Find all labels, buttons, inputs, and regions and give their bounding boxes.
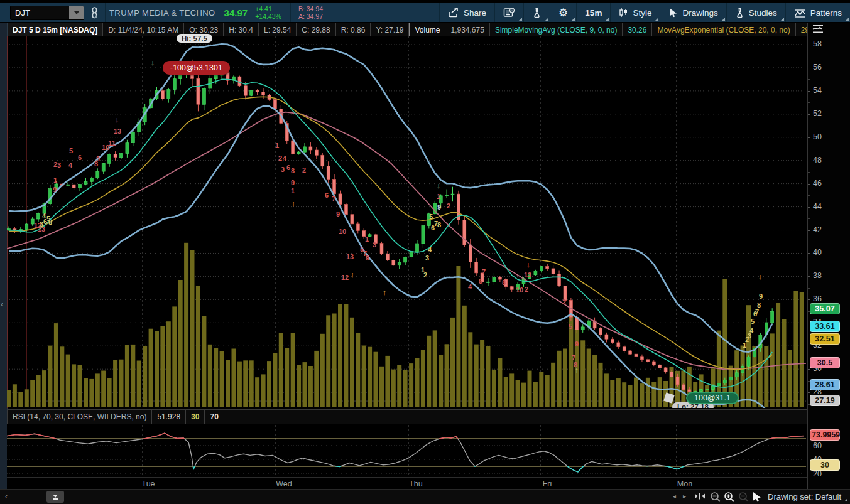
symbol-input[interactable]: DJT (10, 6, 84, 20)
price-axis-tick (808, 137, 810, 138)
price-axis-tick (808, 242, 810, 242)
td-count-annotation: 5 (479, 278, 482, 285)
main-chart-area[interactable]: 5623419981011134568312131243682916791012… (7, 36, 807, 408)
rsi-plot-area[interactable] (7, 424, 807, 477)
change-value: +4.41 (255, 5, 281, 13)
price-axis-label: 46 (813, 179, 822, 188)
main-toolbar: DJT TRUMP MEDIA & TECHNO 34.97 +4.41 +14… (0, 3, 850, 22)
high-label-badge: Hi: 57.5 (177, 34, 212, 43)
drawings-button[interactable]: Drawings (660, 3, 726, 22)
td-count-annotation: 8 (757, 302, 761, 309)
ask-value: A: 34.97 (298, 13, 323, 20)
chain-link-icon (90, 7, 99, 19)
ema-study-value: 29.78 (796, 23, 807, 36)
price-axis-label: 44 (813, 202, 822, 211)
price-axis-tick (808, 288, 810, 289)
td-count-annotation: 2 (562, 299, 566, 306)
price-axis-tick (808, 195, 810, 196)
td-count-annotation: 4 (428, 247, 432, 254)
price-axis[interactable]: 5856545250484644424038363432302860402035… (807, 23, 850, 489)
time-axis[interactable]: TueWedThuFriMon (7, 477, 807, 490)
drawing-set-selector[interactable]: Drawing set: Default (768, 492, 841, 501)
last-price: 34.97 (224, 8, 248, 18)
td-count-annotation: 5 (569, 323, 572, 330)
td-count-annotation: 13 (114, 128, 121, 135)
td-count-annotation: 10 (516, 287, 523, 294)
scroll-left-button[interactable]: ‹ (5, 492, 8, 501)
collapse-panel-button[interactable] (46, 491, 64, 503)
flask-icon (532, 8, 542, 18)
ohlc-fields: D: 11/4/24, 10:15 AMO: 30.23H: 30.4L: 29… (103, 23, 409, 36)
symbol-dropdown-button[interactable] (69, 6, 84, 19)
toolbar-separator (290, 3, 291, 22)
td-count-annotation: 8 (291, 168, 295, 174)
signal-down-arrow-icon: ↓ (151, 58, 155, 67)
ohlc-field: R: 0.86 (336, 23, 371, 36)
symbol-value[interactable]: DJT (11, 8, 69, 18)
td-count-annotation: 6 (431, 225, 435, 232)
signal-up-arrow-icon: ↑ (292, 200, 296, 208)
td-count-annotation: 11 (108, 140, 116, 147)
pan-right-button[interactable]: ▸ (683, 493, 686, 500)
td-count-annotation: 2 (447, 203, 450, 210)
price-axis-tick (808, 45, 810, 45)
price-axis-tick (808, 126, 810, 126)
style-button[interactable]: Style (610, 3, 660, 22)
collapse-icon (53, 495, 58, 498)
buy-order-badge[interactable]: 100@31.1 (686, 392, 739, 404)
sidebar-expand-arrow[interactable]: ‹ (1, 300, 3, 309)
td-count-annotation: 3 (373, 242, 376, 249)
time-axis-label-thu: Thu (409, 480, 423, 488)
patterns-button[interactable]: Patterns (785, 3, 850, 22)
axis-settings-icon[interactable] (812, 24, 825, 34)
sma-study-label[interactable]: SimpleMovingAvg (CLOSE, 9, 0, no) (490, 23, 623, 36)
ohlc-field: Y: 27.19 (371, 23, 409, 36)
toolbar-separator (105, 3, 106, 22)
patterns-label: Patterns (810, 8, 842, 18)
td-count-annotation: 10 (339, 228, 346, 235)
price-axis-tick (808, 265, 810, 265)
link-channel-button[interactable] (90, 7, 99, 19)
fit-width-icon[interactable] (694, 491, 706, 501)
td-count-annotation: 3 (57, 162, 61, 169)
news-button[interactable] (494, 3, 523, 22)
price-axis-tick (808, 299, 810, 300)
drawings-label: Drawings (682, 8, 717, 18)
settings-button[interactable]: ⚙ (550, 3, 576, 22)
chart-title: DJT 5 D 15m [NASDAQ] (7, 23, 103, 36)
td-count-annotation: 8 (437, 222, 441, 228)
share-button[interactable]: Share (439, 3, 494, 22)
ohlc-field: L: 29.54 (259, 23, 297, 36)
ema-study-label[interactable]: MovAvgExponential (CLOSE, 20, 0, no) (652, 23, 795, 36)
price-chart-canvas[interactable] (7, 36, 807, 408)
td-count-annotation: 4 (468, 284, 472, 291)
pointer-cursor-icon[interactable] (752, 491, 762, 502)
signal-down-arrow-icon: ↓ (437, 181, 441, 190)
rsi-canvas[interactable] (7, 424, 807, 477)
zoom-out-icon[interactable] (710, 491, 721, 503)
signal-up-arrow-icon: ↑ (383, 288, 387, 296)
td-count-annotation: 9 (437, 204, 441, 211)
td-count-annotation: 6 (325, 192, 329, 199)
td-count-annotation: 1 (365, 236, 369, 243)
rsi-study-label[interactable]: RSI (14, 70, 30, CLOSE, WILDERS, no) (7, 410, 152, 424)
studies-button[interactable]: Studies (726, 3, 785, 22)
price-axis-tick (808, 114, 810, 115)
timeframe-button[interactable]: 15m (576, 3, 610, 22)
td-count-annotation: 6 (78, 154, 82, 161)
style-label: Style (633, 8, 651, 18)
time-axis-label-tue: Tue (141, 480, 155, 488)
sell-order-badge[interactable]: -100@53.1301 (163, 61, 230, 75)
pan-left-button[interactable]: ◂ (673, 493, 676, 500)
analyze-button[interactable] (523, 3, 550, 22)
td-count-annotation: 13 (38, 226, 45, 233)
td-count-annotation: 7 (755, 309, 759, 316)
td-count-annotation: 3 (425, 255, 429, 262)
pattern-zigzag-icon (794, 8, 806, 18)
zoom-disabled-icon[interactable] (738, 491, 749, 503)
td-count-annotation: 1 (53, 177, 57, 184)
price-axis-tick (808, 230, 810, 231)
price-level-badge: 32.51 (810, 333, 840, 345)
zoom-in-icon[interactable] (724, 491, 735, 503)
time-axis-label-fri: Fri (543, 480, 552, 488)
